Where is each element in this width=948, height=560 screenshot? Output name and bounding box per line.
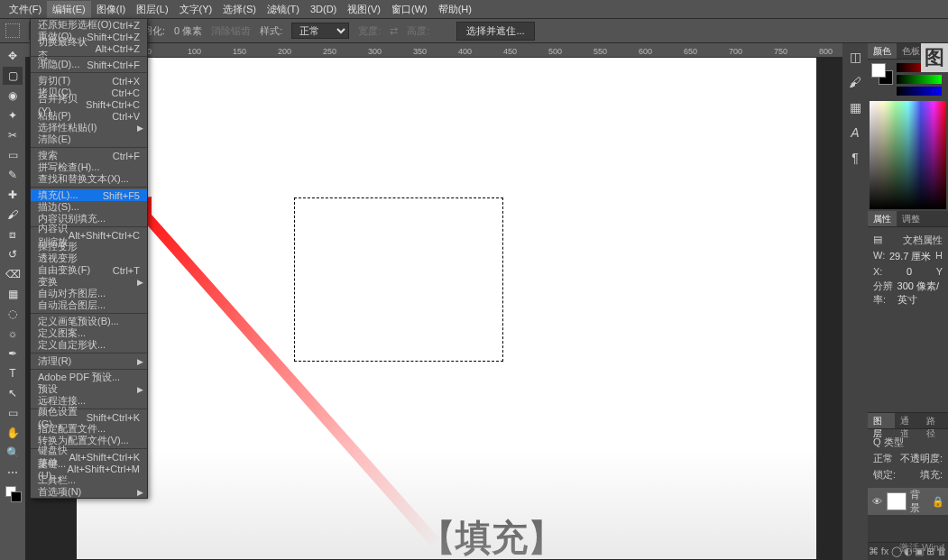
menu-filter[interactable]: 滤镜(T) [262,1,305,18]
watermark-logo: 图 [921,43,948,72]
menu-item-shortcut: Shift+Ctrl+F [87,60,140,70]
path-tool-icon[interactable]: ↖ [3,384,23,402]
frame-tool-icon[interactable]: ▭ [3,146,23,164]
slider-g[interactable] [897,75,942,84]
layer-name[interactable]: 背景 [910,488,928,515]
tab-properties[interactable]: 属性 [868,211,897,226]
feather-value[interactable]: 0 像素 [174,24,202,38]
layer-filter-label[interactable]: Q 类型 [873,436,904,449]
fgbg-swatch-icon[interactable] [3,483,23,507]
hand-tool-icon[interactable]: ✋ [3,424,23,442]
slider-b[interactable] [897,87,942,96]
fx-icon[interactable]: fx [879,546,891,558]
wand-tool-icon[interactable]: ✦ [3,106,23,124]
menu-item[interactable]: 切换最终状态Alt+Ctrl+Z [31,42,147,54]
link-layers-icon[interactable]: ⌘ [868,546,879,558]
tab-color[interactable]: 颜色 [868,43,897,59]
more-tools-icon[interactable]: ⋯ [3,464,23,482]
canvas-area[interactable]: 【填充】 [25,58,868,560]
shape-tool-icon[interactable]: ▭ [3,404,23,422]
crop-tool-icon[interactable]: ✂ [3,126,23,144]
ruler-tick: 600 [639,47,652,56]
edit-menu-dropdown: 还原矩形选框(O)Ctrl+Z重做(O)Shift+Ctrl+Z切换最终状态Al… [30,18,148,499]
history-panel-icon[interactable]: ◫ [847,49,863,65]
swatches-panel-icon[interactable]: ▦ [847,99,863,115]
menubar: 文件(F) 编辑(E) 图像(I) 图层(L) 文字(Y) 选择(S) 滤镜(T… [0,0,948,18]
stamp-tool-icon[interactable]: ⧈ [3,225,23,243]
menu-view[interactable]: 视图(V) [342,1,386,18]
right-panels: 颜色 色板 属性 调整 ▤文档属性 W:29.7 厘米H X:0Y 分辨率:30… [868,43,948,560]
paragraph-panel-icon[interactable]: ¶ [847,150,863,166]
type-tool-icon[interactable]: T [3,364,23,382]
zoom-tool-icon[interactable]: 🔍 [3,444,23,462]
menu-item-label: 清理(R) [38,354,71,368]
blur-tool-icon[interactable]: ◌ [3,305,23,323]
submenu-arrow-icon: ▶ [137,488,143,497]
lasso-tool-icon[interactable]: ◉ [3,87,23,105]
tool-preset-icon[interactable] [5,23,20,38]
heal-tool-icon[interactable]: ✚ [3,186,23,204]
move-tool-icon[interactable]: ✥ [3,47,23,65]
document-canvas[interactable]: 【填充】 [77,58,816,559]
tab-channels[interactable]: 通道 [895,413,922,428]
brushes-panel-icon[interactable]: 🖌 [847,74,863,90]
menu-window[interactable]: 窗口(W) [386,1,433,18]
menu-item-shortcut: Ctrl+F [113,151,140,161]
layer-row-background[interactable]: 👁 背景 🔒 [868,488,948,515]
workspace: 0501001502002503003504004505005506006507… [25,43,868,560]
eraser-tool-icon[interactable]: ⌫ [3,265,23,283]
submenu-arrow-icon: ▶ [137,385,143,394]
menu-item-shortcut: Alt+Shift+Ctrl+C [69,230,140,241]
dodge-tool-icon[interactable]: ☼ [3,325,23,343]
select-and-mask-button[interactable]: 选择并遮住... [456,22,534,41]
blend-mode[interactable]: 正常 [873,452,893,465]
menu-item[interactable]: 清理(R)▶ [31,355,147,367]
eyedropper-tool-icon[interactable]: ✎ [3,166,23,184]
properties-panel: ▤文档属性 W:29.7 厘米H X:0Y 分辨率:300 像素/英寸 [868,227,948,313]
menu-item[interactable]: 首选项(N)▶ [31,486,147,498]
doc-props-title: 文档属性 [903,234,943,247]
menu-item[interactable]: 查找和替换文本(X)... [31,173,147,185]
marquee-tool-icon[interactable]: ▢ [3,67,23,85]
swap-icon[interactable]: ⇄ [390,25,398,37]
menu-item-label: 自动混合图层... [38,298,106,312]
menu-3d[interactable]: 3D(D) [305,2,342,16]
gradient-tool-icon[interactable]: ▦ [3,285,23,303]
ruler-tick: 800 [819,47,833,56]
menu-layer[interactable]: 图层(L) [131,1,173,18]
height-label: 高度: [407,24,429,38]
marquee-selection[interactable] [294,197,503,362]
menu-item: 定义自定形状... [31,339,147,351]
prop-res-value[interactable]: 300 像素/英寸 [897,280,943,307]
prop-res-label: 分辨率: [873,280,897,307]
menu-file[interactable]: 文件(F) [4,1,47,18]
fill-label: 填充: [920,468,943,482]
ruler-tick: 500 [548,47,562,56]
menu-item[interactable]: 清除(E) [31,133,147,145]
prop-w-value[interactable]: 29.7 厘米 [889,250,931,263]
ruler-tick: 100 [188,47,201,56]
tab-layers[interactable]: 图层 [868,413,895,428]
brush-tool-icon[interactable]: 🖌 [3,206,23,224]
submenu-arrow-icon: ▶ [137,357,143,366]
visibility-icon[interactable]: 👁 [871,496,883,507]
ruler-tick: 200 [278,47,291,56]
submenu-arrow-icon: ▶ [137,124,143,133]
pen-tool-icon[interactable]: ✒ [3,344,23,363]
menu-item-label: 定义自定形状... [38,338,106,352]
menu-image[interactable]: 图像(I) [91,1,131,18]
tab-adjustments[interactable]: 调整 [897,211,925,226]
layer-thumbnail[interactable] [887,492,907,510]
windows-activation-text: 激活 Wind [899,541,944,555]
char-panel-icon[interactable]: A [847,124,863,141]
color-picker[interactable] [870,101,946,209]
menu-help[interactable]: 帮助(H) [433,1,477,18]
prop-x-value[interactable]: 0 [907,266,912,277]
opacity-label: 不透明度: [900,452,943,465]
menu-type[interactable]: 文字(Y) [174,1,218,18]
menu-edit[interactable]: 编辑(E) [47,1,91,18]
menu-select[interactable]: 选择(S) [217,1,262,18]
tab-paths[interactable]: 路径 [921,413,948,428]
style-select[interactable]: 正常 [291,23,349,39]
history-brush-icon[interactable]: ↺ [3,245,23,263]
